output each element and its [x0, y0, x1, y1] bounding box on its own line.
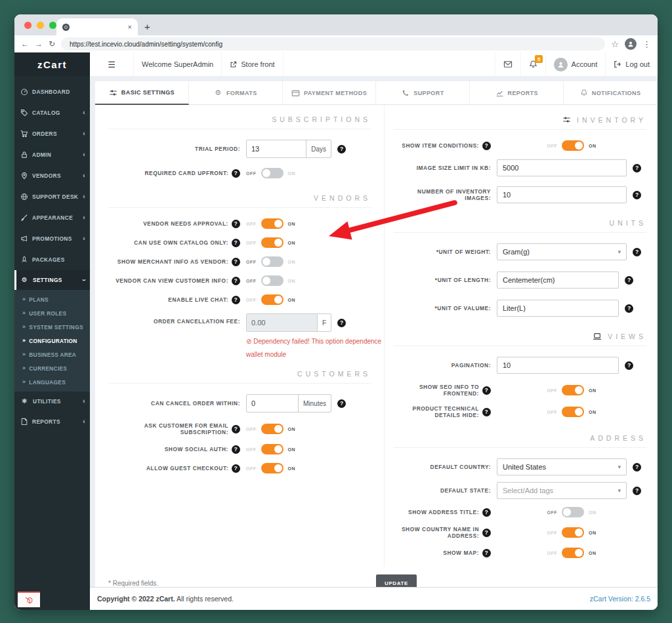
address-bar[interactable]: https://test.incevio.cloud/admin/setting…: [61, 37, 605, 50]
toggle-switch[interactable]: [562, 548, 584, 558]
reload-icon[interactable]: ↻: [49, 40, 55, 48]
help-icon[interactable]: ?: [232, 464, 240, 473]
forward-icon[interactable]: →: [35, 40, 43, 48]
show-map-toggle[interactable]: OFF ON: [547, 548, 597, 558]
version-link[interactable]: zCart Version: 2.6.5: [590, 595, 650, 603]
can-cancel-order-input[interactable]: [247, 395, 298, 412]
toggle-switch[interactable]: [562, 507, 584, 517]
tab-support[interactable]: SUPPORT: [376, 81, 470, 104]
toggle-switch[interactable]: [261, 424, 284, 434]
tab-basic-settings[interactable]: BASIC SETTINGS: [95, 81, 189, 105]
help-icon[interactable]: ?: [482, 508, 491, 517]
toggle-switch[interactable]: [562, 140, 584, 151]
minimize-window-button[interactable]: [37, 22, 44, 29]
bookmark-star-icon[interactable]: ☆: [611, 40, 619, 49]
sidebar-item-admin[interactable]: ADMIN ‹: [14, 144, 90, 165]
toggle-switch[interactable]: [261, 444, 284, 454]
enable-live-chat-toggle[interactable]: OFF ON: [246, 294, 295, 305]
help-icon[interactable]: ?: [625, 276, 633, 285]
required-card-upfront-toggle[interactable]: OFF ON: [246, 168, 295, 178]
help-icon[interactable]: ?: [337, 319, 346, 327]
unit-of-weight-select[interactable]: Gram(g) ▾: [497, 243, 627, 260]
sidebar-item-catalog[interactable]: CATALOG ‹: [14, 102, 90, 123]
trial-period-input[interactable]: [247, 140, 306, 157]
help-icon[interactable]: ?: [633, 487, 641, 495]
sidebar-item-configuration[interactable]: » CONFIGURATION: [14, 334, 90, 348]
product-technical-details-hide-toggle[interactable]: OFF ON: [547, 407, 597, 417]
maximize-window-button[interactable]: [49, 22, 56, 29]
can-use-own-catalog-only-toggle[interactable]: OFF ON: [246, 237, 295, 248]
sidebar-item-vendors[interactable]: VENDORS ‹: [14, 165, 90, 186]
help-icon[interactable]: ?: [232, 445, 240, 454]
image-size-limit-input[interactable]: [497, 159, 627, 176]
toggle-switch[interactable]: [261, 463, 284, 473]
toggle-switch[interactable]: [261, 275, 284, 286]
sidebar-item-packages[interactable]: PACKAGES: [14, 249, 90, 270]
help-icon[interactable]: ?: [482, 408, 491, 416]
help-icon[interactable]: ?: [232, 258, 240, 266]
unit-of-length-input[interactable]: [497, 271, 619, 289]
browser-menu-icon[interactable]: ⋮: [642, 40, 651, 49]
account-menu[interactable]: Account: [545, 52, 606, 76]
sidebar-item-currencies[interactable]: » CURRENCIES: [14, 361, 90, 375]
pagination-input[interactable]: [497, 357, 619, 374]
show-social-auth-toggle[interactable]: OFF ON: [246, 444, 295, 454]
default-state-select[interactable]: Select/Add tags ▾: [497, 482, 627, 499]
show-item-conditions-toggle[interactable]: OFF ON: [547, 140, 597, 151]
show-merchant-info-as-vendor-toggle[interactable]: OFF ON: [246, 256, 295, 267]
toggle-switch[interactable]: [562, 407, 584, 417]
tab-reports[interactable]: REPORTS: [470, 81, 564, 104]
new-tab-button[interactable]: +: [144, 21, 150, 32]
help-icon[interactable]: ?: [482, 549, 491, 557]
sidebar-item-system-settings[interactable]: » SYSTEM SETTINGS: [14, 320, 90, 334]
tab-formats[interactable]: ⚙ FORMATS: [189, 81, 283, 104]
browser-profile-icon[interactable]: [625, 38, 637, 50]
sidebar-item-languages[interactable]: » LANGUAGES: [14, 375, 90, 389]
help-icon[interactable]: ?: [633, 463, 641, 472]
logout-button[interactable]: Log out: [605, 52, 658, 76]
help-icon[interactable]: ?: [482, 142, 491, 150]
sidebar-item-utilities[interactable]: ✱ UTILITIES ‹: [14, 392, 90, 411]
toggle-switch[interactable]: [261, 237, 284, 248]
store-front-link[interactable]: Store front: [222, 52, 283, 76]
help-icon[interactable]: ?: [633, 248, 641, 256]
debugbar-toggle[interactable]: [18, 592, 40, 607]
allow-guest-checkout-toggle[interactable]: OFF ON: [246, 463, 295, 473]
toggle-switch[interactable]: [261, 256, 284, 267]
sidebar-item-promotions[interactable]: PROMOTIONS ‹: [14, 228, 90, 249]
help-icon[interactable]: ?: [232, 239, 240, 247]
unit-of-volume-input[interactable]: [497, 300, 619, 317]
help-icon[interactable]: ?: [337, 145, 346, 153]
notifications-button[interactable]: 5: [520, 52, 545, 76]
help-icon[interactable]: ?: [337, 399, 346, 408]
sidebar-item-support-desk[interactable]: SUPPORT DESK ‹: [14, 186, 90, 207]
close-window-button[interactable]: [24, 22, 32, 29]
brand-logo[interactable]: zCart: [14, 52, 90, 76]
toggle-switch[interactable]: [261, 218, 284, 229]
show-seo-info-toggle[interactable]: OFF ON: [547, 385, 597, 395]
sidebar-item-orders[interactable]: ORDERS ‹: [14, 123, 90, 144]
vendor-needs-approval-toggle[interactable]: OFF ON: [246, 218, 295, 229]
toggle-switch[interactable]: [562, 527, 584, 538]
back-icon[interactable]: ←: [21, 40, 29, 48]
default-country-select[interactable]: United States ▾: [497, 458, 627, 475]
toggle-switch[interactable]: [261, 168, 284, 178]
ask-customer-email-subscription-toggle[interactable]: OFF ON: [246, 424, 295, 434]
help-icon[interactable]: ?: [633, 164, 641, 172]
messages-button[interactable]: [495, 52, 520, 76]
sidebar-item-appearance[interactable]: APPEARANCE ‹: [14, 207, 90, 228]
help-icon[interactable]: ?: [633, 191, 641, 199]
tab-payment-methods[interactable]: PAYMENT METHODS: [283, 81, 377, 104]
sidebar-item-business-area[interactable]: » BUSINESS AREA: [14, 348, 90, 361]
help-icon[interactable]: ?: [625, 304, 633, 313]
help-icon[interactable]: ?: [625, 361, 633, 370]
sidebar-item-reports[interactable]: REPORTS ‹: [14, 411, 90, 432]
help-icon[interactable]: ?: [482, 386, 491, 395]
sidebar-item-dashboard[interactable]: DASHBOARD: [14, 81, 90, 102]
tab-notifications[interactable]: NOTIFICATIONS: [564, 81, 657, 104]
sidebar-item-user-roles[interactable]: » USER ROLES: [14, 306, 90, 320]
vendor-can-view-customer-info-toggle[interactable]: OFF ON: [246, 275, 295, 286]
help-icon[interactable]: ?: [232, 296, 240, 304]
help-icon[interactable]: ?: [232, 169, 240, 178]
tab-close-icon[interactable]: ×: [128, 24, 132, 31]
